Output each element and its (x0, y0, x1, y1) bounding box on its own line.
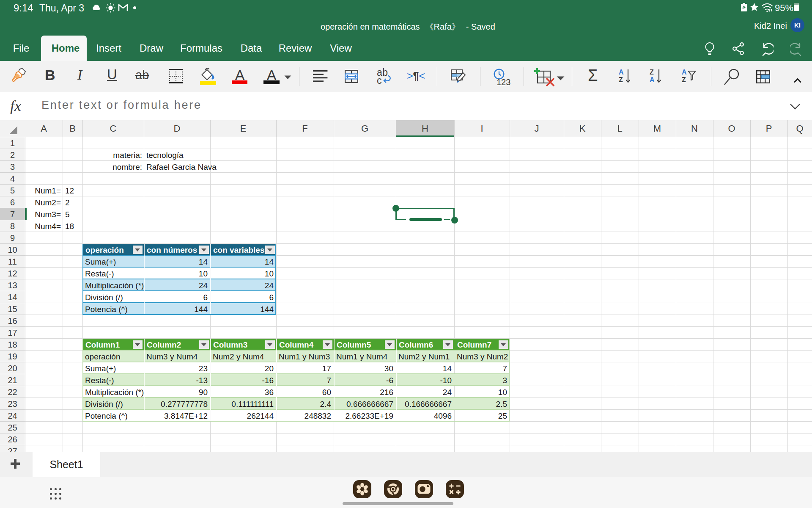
svg-text:A: A (682, 69, 687, 76)
svg-text:A: A (650, 76, 655, 83)
svg-text:Z: Z (650, 69, 654, 76)
svg-text:Z: Z (619, 76, 623, 83)
svg-text:Z: Z (682, 76, 686, 83)
svg-text:A: A (619, 69, 624, 76)
